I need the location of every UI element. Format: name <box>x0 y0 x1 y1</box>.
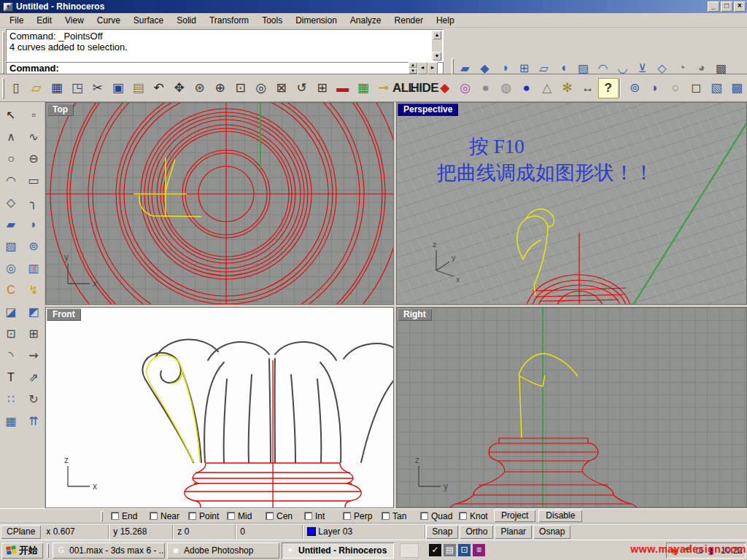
menu-help[interactable]: Help <box>430 14 461 27</box>
layer-pane[interactable]: Layer 03 <box>303 525 425 539</box>
viewport-top[interactable]: Top y x <box>45 102 394 305</box>
points-on-icon[interactable]: ⊸ <box>374 78 394 98</box>
task-3dsmax[interactable]: G 001.max - 3ds max 6 - ... <box>53 542 165 559</box>
osnap-near[interactable]: Near <box>150 511 182 521</box>
menu-solid[interactable]: Solid <box>170 14 203 27</box>
surface-3pt-icon[interactable]: ▰ <box>1 214 21 234</box>
checkbox-icon[interactable] <box>343 512 351 520</box>
hide-objects-icon[interactable]: HIDE <box>414 78 435 98</box>
hemisphere-icon[interactable]: ◗ <box>645 78 665 98</box>
nav-left-icon[interactable]: ◄ <box>417 62 427 74</box>
arc-icon[interactable]: ◠ <box>1 171 21 190</box>
menu-transform[interactable]: Transform <box>203 14 255 27</box>
help-icon[interactable]: ? <box>598 78 619 98</box>
menu-file[interactable]: File <box>3 14 30 27</box>
osnap-end[interactable]: End <box>111 511 143 521</box>
polyline-icon[interactable]: ∧ <box>1 127 21 147</box>
ellipsoid-icon[interactable]: ○ <box>665 78 686 98</box>
zoom-extents-icon[interactable]: ⊠ <box>271 78 292 98</box>
pane-ortho[interactable]: Ortho <box>460 525 493 539</box>
scale-tool-icon[interactable]: ⇗ <box>24 368 44 387</box>
menu-tools[interactable]: Tools <box>255 14 289 27</box>
print-icon[interactable]: ◳ <box>67 78 88 98</box>
rotate-view-icon[interactable]: ⊛ <box>190 78 210 98</box>
command-grip[interactable] <box>2 31 4 74</box>
solid-sphere-icon[interactable]: ⊚ <box>24 236 44 256</box>
paste-icon[interactable]: ▤ <box>128 78 149 98</box>
osnap-mid[interactable]: Mid <box>227 511 259 521</box>
save-file-icon[interactable]: ▦ <box>47 78 67 98</box>
curved-surface-icon[interactable]: ◗ <box>24 214 44 234</box>
text-tool-icon[interactable]: T <box>1 368 21 387</box>
osnap-point[interactable]: Point <box>188 511 220 521</box>
taskbar-grip[interactable] <box>47 543 49 558</box>
edit-points-icon[interactable]: ⊡ <box>1 324 21 343</box>
command-input[interactable]: Command: <box>6 62 444 74</box>
render-textured-icon[interactable]: ◍ <box>496 78 516 98</box>
checkbox-icon[interactable] <box>150 512 158 520</box>
viewport-perspective[interactable]: Perspective 按 F10 把曲线调成如图形状！！ z y x <box>396 102 747 305</box>
viewport-right[interactable]: Right z y <box>396 307 747 508</box>
menu-analyze[interactable]: Analyze <box>344 14 388 27</box>
osnap-tan[interactable]: Tan <box>382 511 414 521</box>
checkbox-icon[interactable] <box>459 512 467 520</box>
curve-icon[interactable]: ∿ <box>24 127 44 147</box>
extrude-icon[interactable]: ⇈ <box>24 411 44 431</box>
viewport-top-label[interactable]: Top <box>47 104 74 116</box>
osnap-cen[interactable]: Cen <box>266 511 298 521</box>
polygon-icon[interactable]: ◇ <box>1 192 21 212</box>
trim-icon[interactable]: ◪ <box>1 302 21 322</box>
project-button[interactable]: Project <box>494 510 535 522</box>
osnap-int[interactable]: Int <box>304 511 336 521</box>
ellipse-icon[interactable]: ⊖ <box>24 149 44 168</box>
layer-panel-icon[interactable]: ▦ <box>1 411 21 431</box>
pointer-icon[interactable]: ↖ <box>1 105 21 125</box>
box-icon[interactable]: ▧ <box>706 78 727 98</box>
dimension-icon[interactable]: ↔ <box>578 78 598 98</box>
single-point-icon[interactable]: ▫ <box>24 105 44 125</box>
command-history[interactable]: Command: _PointsOff 4 curves added to se… <box>6 29 444 62</box>
sphere-tool-icon[interactable]: ⊚ <box>624 78 645 98</box>
zoom-selected-icon[interactable]: ◎ <box>251 78 271 98</box>
explode-icon[interactable]: ↯ <box>24 280 44 300</box>
display-icon[interactable]: ⊡ <box>458 544 471 556</box>
osnap-quad[interactable]: Quad <box>420 511 452 521</box>
options-gear-icon[interactable]: ✻ <box>557 78 578 98</box>
undo-view-icon[interactable]: ↺ <box>292 78 312 98</box>
render-icon[interactable]: ● <box>476 78 496 98</box>
osnap-grip[interactable] <box>101 511 103 521</box>
new-file-icon[interactable]: ▯ <box>6 78 26 98</box>
undo-icon[interactable]: ↶ <box>149 78 169 98</box>
close-button[interactable]: × <box>734 1 746 12</box>
control-points-icon[interactable]: ⊞ <box>24 324 44 343</box>
rotate-tool-icon[interactable]: ↻ <box>24 389 44 409</box>
cplane-button[interactable]: CPlane <box>1 525 41 539</box>
menu-surface[interactable]: Surface <box>127 14 170 27</box>
scroll-up-icon[interactable]: ▲ <box>433 31 441 39</box>
cut-icon[interactable]: ✂ <box>88 78 108 98</box>
curve-corner-icon[interactable]: ╮ <box>24 192 44 212</box>
split-icon[interactable]: ◩ <box>24 302 44 322</box>
menu-view[interactable]: View <box>58 14 90 27</box>
copy-icon[interactable]: ▣ <box>108 78 128 98</box>
command-spinner[interactable]: ▲▼ <box>409 62 417 74</box>
osnap-perp[interactable]: Perp <box>343 511 375 521</box>
viewport-front-label[interactable]: Front <box>47 308 81 321</box>
menu-curve[interactable]: Curve <box>90 14 127 27</box>
maximize-button[interactable]: □ <box>721 1 732 12</box>
archive-icon[interactable]: ≡ <box>473 544 485 556</box>
scroll-down-icon[interactable]: ▼ <box>433 52 441 61</box>
box-corner-icon[interactable]: ◻ <box>686 78 706 98</box>
cage-edit-icon[interactable]: C <box>1 280 21 300</box>
patch-surface-icon[interactable]: ▥ <box>24 258 44 278</box>
open-file-icon[interactable]: ▱ <box>26 78 47 98</box>
circle-icon[interactable]: ○ <box>1 149 21 168</box>
ground-plane-icon[interactable]: ▦ <box>353 78 374 98</box>
toolbar-grip[interactable] <box>2 78 4 98</box>
checkbox-icon[interactable] <box>266 512 274 520</box>
osnap-knot[interactable]: Knot <box>459 511 491 521</box>
viewport-perspective-label[interactable]: Perspective <box>398 104 458 116</box>
viewport-right-label[interactable]: Right <box>398 308 432 321</box>
array-icon[interactable]: ∷ <box>1 389 21 409</box>
fillet-curve-icon[interactable]: ◝ <box>1 346 21 365</box>
